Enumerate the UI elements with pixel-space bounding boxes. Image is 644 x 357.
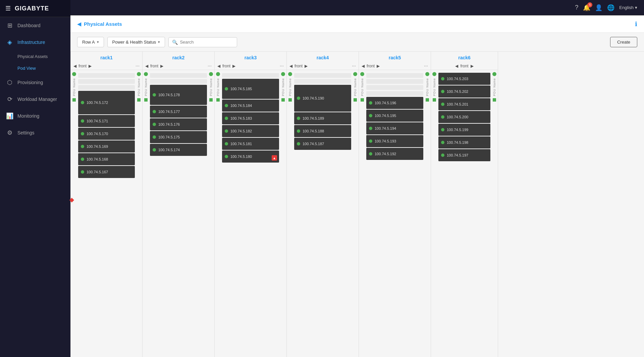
server-slot[interactable]: 100.74.5.181 bbox=[222, 138, 279, 150]
server-ip: 100.74.5.203 bbox=[447, 77, 468, 81]
server-slot[interactable]: 100.74.5.175 bbox=[150, 131, 207, 143]
server-slot[interactable]: 100.74.5.178 bbox=[150, 85, 207, 105]
rack-column-rack1: rack1 ◀ front ▶ ⋯ PDU Name bbox=[70, 52, 143, 357]
rack2-header[interactable]: rack2 bbox=[143, 52, 214, 62]
server-slot[interactable]: 100.74.5.192 bbox=[366, 148, 423, 160]
server-slot[interactable]: 100.74.5.195 bbox=[366, 110, 423, 122]
back-button[interactable]: ◀ bbox=[77, 21, 81, 27]
info-icon[interactable]: ℹ bbox=[635, 20, 637, 28]
rack3-body: PDU Name 100.74.5.185 100.74.5.184 bbox=[215, 70, 286, 357]
sidebar-item-label: Settings bbox=[17, 130, 35, 135]
sidebar-item-provisioning[interactable]: ⬡ Provisioning bbox=[0, 74, 70, 91]
server-slot[interactable]: 100.74.5.190 bbox=[294, 85, 351, 112]
notification-icon[interactable]: 🔔 5 bbox=[583, 4, 590, 11]
server-slot[interactable]: 100.74.5.169 bbox=[78, 140, 135, 153]
rack1-prev-arrow[interactable]: ◀ bbox=[73, 64, 76, 68]
rack1-body: PDU Name 100.74.5.172 100.74. bbox=[71, 70, 142, 357]
language-selector[interactable]: English ▾ bbox=[619, 5, 637, 10]
rack4-header[interactable]: rack4 bbox=[287, 52, 359, 62]
status-dot bbox=[225, 117, 228, 120]
row-selector-dropdown[interactable]: Row A ▾ bbox=[77, 37, 104, 47]
pdu-sq-bottom-right bbox=[354, 98, 357, 102]
rack3-menu-icon[interactable]: ⋯ bbox=[280, 64, 284, 68]
sidebar-item-physical-assets[interactable]: Physical Assets bbox=[0, 51, 70, 62]
hamburger-icon[interactable]: ☰ bbox=[5, 5, 11, 12]
sidebar-item-monitoring[interactable]: 📊 Monitoring bbox=[0, 108, 70, 124]
rack5-header[interactable]: rack5 bbox=[359, 52, 431, 62]
server-slot[interactable]: 100.74.5.200 bbox=[438, 111, 490, 123]
server-slot[interactable]: 100.74.5.202 bbox=[438, 85, 490, 98]
rack4-pdu-right: PDU Name bbox=[352, 71, 359, 356]
server-slot[interactable]: 100.74.5.182 bbox=[222, 125, 279, 137]
rack4-prev-arrow[interactable]: ◀ bbox=[289, 64, 292, 68]
server-slot[interactable]: 100.74.5.170 bbox=[78, 128, 135, 140]
rack2-pdu-right: PDU Name bbox=[208, 71, 214, 356]
server-slot[interactable]: 100.74.5.167 bbox=[78, 166, 135, 178]
rack1-pdu-left: PDU Name bbox=[71, 71, 77, 356]
server-ip: 100.74.5.170 bbox=[87, 132, 108, 136]
rack2-next-arrow[interactable]: ▶ bbox=[160, 64, 163, 68]
empty-slot bbox=[78, 85, 135, 90]
sidebar-item-label: Monitoring bbox=[17, 113, 39, 119]
rack4-next-arrow[interactable]: ▶ bbox=[305, 64, 308, 68]
rack1-header[interactable]: rack1 bbox=[71, 52, 142, 62]
rack4-slots: 100.74.5.190 100.74.5.189 100.74.5.188 bbox=[293, 71, 352, 356]
rack6-next-arrow[interactable]: ▶ bbox=[471, 64, 474, 68]
status-dot bbox=[81, 132, 84, 135]
rack3-header[interactable]: rack3 bbox=[215, 52, 286, 62]
search-icon: 🔍 bbox=[172, 40, 178, 45]
server-slot[interactable]: 100.74.5.196 bbox=[366, 97, 423, 109]
rack1-menu-icon[interactable]: ⋯ bbox=[136, 64, 140, 68]
server-slot[interactable]: 100.74.5.188 bbox=[294, 125, 351, 137]
server-slot[interactable]: 100.74.5.180 ▲ bbox=[222, 151, 279, 163]
server-slot[interactable]: 100.74.5.172 bbox=[78, 91, 135, 114]
server-slot[interactable]: 100.74.5.177 bbox=[150, 106, 207, 118]
rack5-menu-icon[interactable]: ⋯ bbox=[424, 64, 428, 68]
server-slot[interactable]: 100.74.5.184 bbox=[222, 100, 279, 112]
sidebar-item-infrastructure[interactable]: ◈ Infrastructure bbox=[0, 34, 70, 51]
server-slot[interactable]: 100.74.5.183 bbox=[222, 112, 279, 124]
server-slot[interactable]: 100.74.5.199 bbox=[438, 124, 490, 136]
rack6-header[interactable]: rack6 bbox=[431, 52, 498, 62]
server-slot[interactable]: 100.74.5.189 bbox=[294, 112, 351, 124]
sidebar-item-pod-view[interactable]: Pod View bbox=[0, 62, 70, 74]
server-slot[interactable]: 100.74.5.193 bbox=[366, 135, 423, 147]
power-health-dropdown[interactable]: Power & Health Status ▾ bbox=[107, 37, 165, 47]
server-slot[interactable]: 100.74.5.203 bbox=[438, 73, 490, 85]
user-icon[interactable]: 👤 bbox=[595, 4, 602, 11]
rack3-prev-arrow[interactable]: ◀ bbox=[217, 64, 220, 68]
server-slot[interactable]: 100.74.5.194 bbox=[366, 122, 423, 134]
server-slot[interactable]: 100.74.5.187 bbox=[294, 138, 351, 150]
server-slot[interactable]: 100.74.5.176 bbox=[150, 118, 207, 130]
server-slot[interactable]: 100.74.5.198 bbox=[438, 136, 490, 148]
rack2-prev-arrow[interactable]: ◀ bbox=[145, 64, 148, 68]
server-slot[interactable]: 100.74.5.197 bbox=[438, 149, 490, 161]
rack4-nav: ◀ front ▶ ⋯ bbox=[287, 62, 359, 70]
sub-item-label: Pod View bbox=[17, 66, 36, 71]
server-slot[interactable]: 100.74.5.174 bbox=[150, 144, 207, 156]
breadcrumb: ◀ Physical Assets bbox=[77, 21, 122, 27]
create-button[interactable]: Create bbox=[610, 37, 637, 47]
rack5-next-arrow[interactable]: ▶ bbox=[377, 64, 380, 68]
sidebar-item-workload[interactable]: ⟳ Workload Manager bbox=[0, 91, 70, 108]
rack1-next-arrow[interactable]: ▶ bbox=[89, 64, 92, 68]
rack6-prev-arrow[interactable]: ◀ bbox=[455, 64, 458, 68]
server-slot[interactable]: 100.74.5.185 bbox=[222, 79, 279, 99]
sidebar-item-settings[interactable]: ⚙ Settings bbox=[0, 124, 70, 141]
server-ip: 100.74.5.195 bbox=[375, 114, 396, 118]
server-ip: 100.74.5.199 bbox=[447, 128, 468, 132]
search-input[interactable] bbox=[180, 40, 233, 45]
server-slot[interactable]: 100.74.5.168 bbox=[78, 153, 135, 165]
pdu-left-label: PDU Name bbox=[361, 77, 364, 98]
help-icon[interactable]: ? bbox=[575, 4, 578, 11]
pdu-sq-bottom-right bbox=[493, 98, 496, 102]
rack3-next-arrow[interactable]: ▶ bbox=[232, 64, 235, 68]
rack5-prev-arrow[interactable]: ◀ bbox=[362, 64, 365, 68]
pdu-connector-top-right bbox=[137, 72, 141, 76]
sidebar-item-label: Provisioning bbox=[17, 80, 43, 85]
rack4-menu-icon[interactable]: ⋯ bbox=[352, 64, 356, 68]
server-slot[interactable]: 100.74.5.171 bbox=[78, 115, 135, 127]
server-slot[interactable]: 100.74.5.201 bbox=[438, 98, 490, 110]
rack2-menu-icon[interactable]: ⋯ bbox=[208, 64, 212, 68]
sidebar-item-dashboard[interactable]: ⊞ Dashboard bbox=[0, 17, 70, 34]
